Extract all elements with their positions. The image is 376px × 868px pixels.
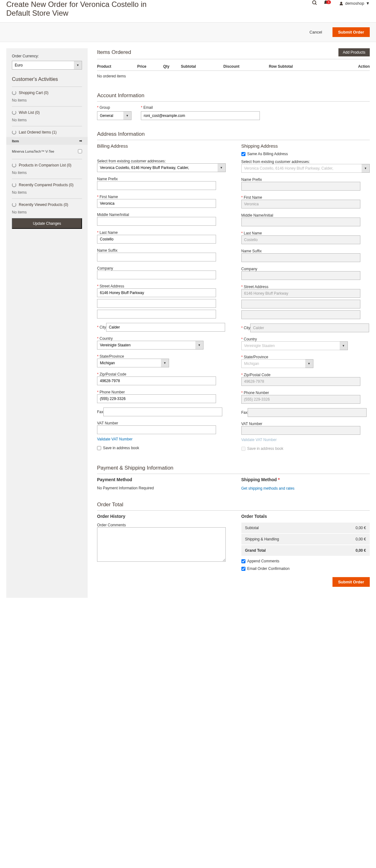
billing-middle-input[interactable] bbox=[97, 217, 216, 226]
billing-street3-input[interactable] bbox=[97, 310, 216, 318]
zip-label: Zip/Postal Code bbox=[241, 373, 271, 377]
add-products-button[interactable]: Add Products bbox=[338, 48, 370, 56]
refresh-icon[interactable] bbox=[12, 130, 16, 134]
recently-compared-section: Recently Compared Products (0) bbox=[19, 183, 74, 187]
country-label: Country bbox=[97, 336, 113, 341]
billing-street1-input[interactable] bbox=[97, 288, 216, 297]
billing-company-input[interactable] bbox=[97, 271, 216, 279]
items-ordered-title: Items Ordered bbox=[97, 49, 131, 56]
notification-badge: 1 bbox=[326, 0, 331, 4]
payship-title: Payment & Shipping Information bbox=[97, 465, 370, 474]
no-ordered-items: No ordered items bbox=[97, 71, 370, 82]
comments-textarea[interactable] bbox=[97, 527, 226, 562]
update-changes-button[interactable]: Update Changes bbox=[12, 218, 82, 229]
shipping-company-input bbox=[241, 271, 360, 280]
shipping-vat-input bbox=[241, 426, 360, 435]
billing-street2-input[interactable] bbox=[97, 299, 216, 308]
order-totals-title: Order Totals bbox=[241, 514, 370, 519]
billing-country-select[interactable]: Vereinigte Staaten bbox=[97, 341, 204, 349]
shipping-country-select: Vereinigte Staaten bbox=[241, 341, 348, 350]
activities-title: Customer's Activities bbox=[12, 76, 82, 82]
suffix-label: Name Suffix bbox=[97, 248, 117, 253]
billing-fax-input[interactable] bbox=[103, 407, 222, 416]
order-history-title: Order History bbox=[97, 514, 226, 519]
comparison-section: Products in Comparison List (0) bbox=[19, 163, 71, 167]
billing-phone-input[interactable] bbox=[97, 394, 216, 403]
zip-label: Zip/Postal Code bbox=[97, 372, 126, 376]
shipping-method-title: Shipping Method * bbox=[241, 477, 370, 482]
col-subtotal: Subtotal bbox=[181, 62, 224, 71]
refresh-icon[interactable] bbox=[12, 91, 16, 95]
refresh-icon[interactable] bbox=[12, 163, 16, 167]
validate-vat-link[interactable]: Validate VAT Number bbox=[97, 437, 132, 441]
billing-vat-input[interactable] bbox=[97, 425, 216, 434]
group-select[interactable]: General bbox=[97, 111, 132, 120]
refresh-icon[interactable] bbox=[12, 110, 16, 115]
shipping-title: Shipping Address bbox=[241, 143, 370, 149]
billing-first-input[interactable] bbox=[97, 199, 216, 208]
shipping-last-input bbox=[241, 236, 360, 244]
shipping-suffix-input bbox=[241, 253, 360, 262]
shipping-street3-input bbox=[241, 310, 360, 319]
save-label: Save in address book bbox=[103, 446, 139, 450]
refresh-icon[interactable] bbox=[12, 203, 16, 207]
shipping-value: 0,00 € bbox=[356, 537, 366, 541]
shopping-cart-section: Shopping Cart (0) bbox=[19, 91, 48, 95]
shipping-zip-input bbox=[241, 377, 360, 386]
save-label: Save in address book bbox=[247, 446, 283, 451]
billing-state-select[interactable]: Michigan bbox=[97, 359, 169, 367]
state-label: State/Province bbox=[97, 354, 124, 359]
submit-order-button[interactable]: Submit Order bbox=[333, 27, 370, 37]
shipping-save-checkbox bbox=[241, 447, 245, 451]
comments-label: Order Comments bbox=[97, 523, 126, 527]
subtotal-value: 0,00 € bbox=[356, 526, 366, 530]
billing-zip-input[interactable] bbox=[97, 376, 216, 385]
prefix-label: Name Prefix bbox=[241, 178, 262, 182]
billing-save-checkbox[interactable] bbox=[97, 446, 101, 450]
user-menu[interactable]: demoshop ▼ bbox=[339, 1, 370, 6]
search-icon[interactable] bbox=[312, 0, 317, 7]
no-items-text: No items bbox=[12, 118, 82, 122]
same-as-label: Same As Billing Address bbox=[247, 152, 288, 156]
notifications-icon[interactable]: 1 bbox=[323, 0, 334, 7]
append-label: Append Comments bbox=[247, 559, 280, 563]
submit-order-button-bottom[interactable]: Submit Order bbox=[333, 577, 370, 587]
billing-prefix-input[interactable] bbox=[97, 181, 216, 190]
grand-label: Grand Total bbox=[245, 548, 266, 553]
company-label: Company bbox=[97, 266, 113, 271]
svg-point-0 bbox=[313, 1, 316, 4]
billing-title: Billing Address bbox=[97, 143, 226, 149]
last-ordered-item: Minerva LumaTech™ V-Tee bbox=[12, 150, 54, 153]
recently-viewed-section: Recently Viewed Products (0) bbox=[19, 203, 68, 207]
email-input[interactable] bbox=[141, 111, 260, 120]
billing-suffix-input[interactable] bbox=[97, 253, 216, 261]
subtotal-label: Subtotal bbox=[245, 526, 259, 530]
col-discount: Discount bbox=[223, 62, 269, 71]
no-items-text: No items bbox=[12, 210, 82, 214]
col-qty: Qty bbox=[163, 62, 181, 71]
currency-select[interactable]: Euro bbox=[12, 61, 82, 70]
vat-label: VAT Number bbox=[241, 422, 262, 426]
middle-label: Middle Name/Initial bbox=[241, 213, 273, 218]
get-shipping-link[interactable]: Get shipping methods and rates bbox=[241, 486, 295, 491]
shipping-first-input bbox=[241, 200, 360, 209]
select-existing-label: Select from existing customer addresses: bbox=[241, 160, 310, 164]
billing-last-input[interactable] bbox=[97, 235, 216, 244]
item-checkbox[interactable] bbox=[78, 149, 82, 153]
shipping-city-input bbox=[250, 323, 369, 332]
append-comments-checkbox[interactable] bbox=[241, 559, 245, 563]
same-as-billing-checkbox[interactable] bbox=[241, 152, 245, 156]
payment-method-title: Payment Method bbox=[97, 477, 226, 482]
billing-existing-select[interactable]: Veronica Costello, 6146 Honey Bluff Park… bbox=[97, 163, 226, 172]
refresh-icon[interactable] bbox=[12, 183, 16, 187]
street-label: Street Address bbox=[241, 285, 269, 289]
no-items-text: No items bbox=[12, 190, 82, 195]
street-label: Street Address bbox=[97, 284, 124, 288]
vat-label: VAT Number bbox=[97, 421, 118, 425]
billing-city-input[interactable] bbox=[106, 323, 225, 332]
email-confirm-checkbox[interactable] bbox=[241, 567, 245, 571]
last-label: Last Name bbox=[97, 230, 118, 235]
user-name: demoshop bbox=[345, 1, 364, 6]
cancel-button[interactable]: Cancel bbox=[304, 27, 328, 37]
page-title: Create New Order for Veronica Costello i… bbox=[6, 0, 147, 18]
